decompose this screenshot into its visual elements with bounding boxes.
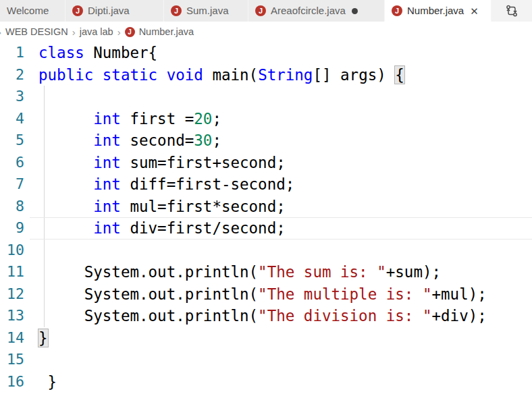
- code-line[interactable]: 2public static void main(String[] args) …: [0, 64, 532, 86]
- line-number[interactable]: 2: [0, 64, 30, 86]
- tab-label: Dipti.java: [88, 5, 130, 16]
- line-number[interactable]: 12: [0, 283, 30, 306]
- code-line[interactable]: 9 int div=first/second;: [0, 217, 532, 240]
- tab-number-java[interactable]: JNumber.java✕: [385, 0, 491, 22]
- code-line[interactable]: 11 System.out.println("The sum is: "+sum…: [0, 261, 532, 283]
- code-text: System.out.println("The sum is: "+sum);: [30, 261, 532, 283]
- line-number[interactable]: 14: [0, 327, 30, 349]
- code-text: int sum=first+second;: [30, 152, 532, 174]
- code-text: System.out.println("The multiple is: "+m…: [30, 283, 532, 306]
- chevron-right-icon: ›: [72, 26, 76, 38]
- code-line[interactable]: 8 int mul=first*second;: [0, 196, 532, 218]
- modified-dot-icon[interactable]: [352, 8, 358, 14]
- tab-label: Areaofcircle.java: [271, 5, 346, 16]
- java-icon: J: [171, 5, 182, 16]
- code-text: int mul=first*second;: [30, 196, 532, 218]
- line-number[interactable]: 5: [0, 130, 30, 152]
- code-line[interactable]: 1class Number{: [0, 42, 532, 64]
- line-number[interactable]: 8: [0, 196, 30, 218]
- code-text: int diff=first-second;: [30, 173, 532, 196]
- tab-sum-java[interactable]: JSum.java: [164, 0, 248, 22]
- tab-areaofcircle-java[interactable]: JAreaofcircle.java: [248, 0, 385, 22]
- line-number[interactable]: 11: [0, 261, 30, 283]
- code-line[interactable]: 13 System.out.println("The division is: …: [0, 305, 532, 327]
- code-line[interactable]: 15: [0, 349, 532, 371]
- tab-label: Welcome: [7, 5, 49, 16]
- code-text: [30, 349, 532, 371]
- code-line[interactable]: 10: [0, 240, 532, 262]
- code-text: int second=30;: [30, 130, 532, 152]
- code-line[interactable]: 3: [0, 86, 532, 108]
- code-text: }: [30, 327, 532, 349]
- line-number[interactable]: 4: [0, 108, 30, 130]
- java-icon: J: [392, 5, 402, 16]
- code-text: [30, 86, 532, 108]
- close-icon[interactable]: ✕: [470, 6, 479, 16]
- code-line[interactable]: 12 System.out.println("The multiple is: …: [0, 283, 532, 306]
- editor-actions: [491, 0, 532, 22]
- line-number[interactable]: 13: [0, 305, 30, 327]
- breadcrumb-item-web-design[interactable]: WEB DESIGN: [5, 26, 68, 37]
- chevron-right-icon: ›: [117, 26, 121, 38]
- line-number[interactable]: 1: [0, 42, 30, 64]
- line-number[interactable]: 16: [0, 371, 30, 393]
- editor-tab-bar: WelcomeJDipti.javaJSum.javaJAreaofcircle…: [0, 0, 532, 22]
- chevron-right-icon: ›: [0, 26, 1, 38]
- code-line[interactable]: 16 }: [0, 371, 532, 393]
- code-text: [30, 240, 532, 262]
- compare-changes-icon[interactable]: [505, 4, 518, 18]
- java-icon: J: [255, 5, 266, 16]
- tab-welcome[interactable]: Welcome: [0, 0, 65, 22]
- breadcrumb: › WEB DESIGN › java lab › J Number.java: [0, 22, 532, 42]
- code-text: int first =20;: [30, 108, 532, 130]
- breadcrumb-item-java-lab[interactable]: java lab: [80, 26, 113, 37]
- code-text: public static void main(String[] args) {: [30, 64, 532, 86]
- tab-label: Number.java: [407, 5, 464, 16]
- tab-label: Sum.java: [186, 5, 229, 16]
- code-line[interactable]: 7 int diff=first-second;: [0, 173, 532, 196]
- line-number[interactable]: 6: [0, 152, 30, 174]
- line-number[interactable]: 7: [0, 173, 30, 196]
- java-icon: J: [125, 27, 135, 37]
- line-number[interactable]: 10: [0, 240, 30, 262]
- java-icon: J: [72, 5, 83, 16]
- code-text: int div=first/second;: [30, 217, 532, 240]
- code-lines: 1class Number{2public static void main(S…: [0, 42, 532, 393]
- code-text: class Number{: [30, 42, 532, 64]
- line-number[interactable]: 3: [0, 86, 30, 108]
- code-line[interactable]: 6 int sum=first+second;: [0, 152, 532, 174]
- code-line[interactable]: 14}: [0, 327, 532, 349]
- code-line[interactable]: 4 int first =20;: [0, 108, 532, 130]
- breadcrumb-item-file[interactable]: Number.java: [139, 26, 194, 37]
- code-text: System.out.println("The division is: "+d…: [30, 305, 532, 327]
- code-text: }: [30, 371, 532, 393]
- code-line[interactable]: 5 int second=30;: [0, 130, 532, 152]
- line-number[interactable]: 9: [0, 217, 30, 240]
- code-editor[interactable]: 1class Number{2public static void main(S…: [0, 42, 532, 394]
- tab-dipti-java[interactable]: JDipti.java: [65, 0, 164, 22]
- line-number[interactable]: 15: [0, 349, 30, 371]
